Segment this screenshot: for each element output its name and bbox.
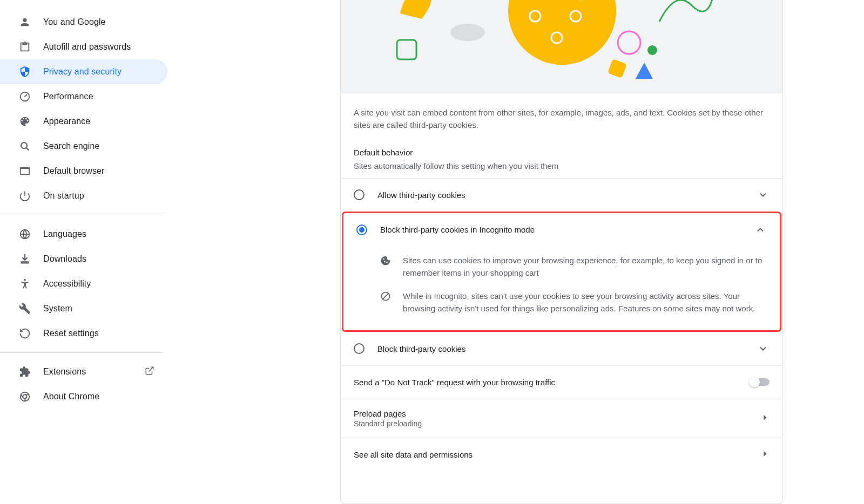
search-icon	[18, 140, 31, 153]
sidebar-item-label: Autofill and passwords	[43, 42, 154, 52]
sidebar-item-label: You and Google	[43, 17, 154, 27]
toggle-off[interactable]	[750, 378, 770, 386]
sidebar-item-search-engine[interactable]: Search engine	[0, 134, 167, 159]
svg-point-1	[21, 142, 27, 148]
green-squiggle-icon	[654, 0, 719, 43]
setting-do-not-track[interactable]: Send a "Do Not Track" request with your …	[341, 365, 782, 399]
setting-label: Send a "Do Not Track" request with your …	[354, 378, 750, 387]
hero-illustration	[341, 0, 782, 93]
settings-sidebar: You and Google Autofill and passwords Pr…	[0, 0, 167, 504]
pink-circle-icon	[616, 30, 642, 56]
setting-sub: Standard preloading	[354, 419, 761, 428]
sidebar-item-label: Extensions	[43, 367, 145, 377]
svg-point-17	[647, 45, 657, 55]
sidebar-item-label: On startup	[43, 191, 154, 201]
sidebar-divider	[0, 352, 162, 353]
main-content: A site you visit can embed content from …	[167, 0, 864, 504]
sidebar-item-extensions[interactable]: Extensions	[0, 359, 167, 384]
sidebar-item-you-and-google[interactable]: You and Google	[0, 10, 167, 35]
sidebar-item-label: Default browser	[43, 166, 154, 176]
sidebar-divider	[0, 215, 162, 215]
setting-title: Preload pages	[354, 409, 761, 418]
svg-rect-4	[22, 262, 29, 263]
block-icon	[380, 291, 391, 302]
setting-see-all-site-data[interactable]: See all site data and permissions	[341, 438, 782, 471]
option-label: Block third-party cookies	[377, 344, 757, 353]
option-details: Sites can use cookies to improve your br…	[343, 247, 780, 330]
default-behavior-sub: Sites automatically follow this setting …	[341, 159, 782, 178]
svg-point-5	[24, 279, 26, 281]
sidebar-item-label: Privacy and security	[43, 67, 154, 77]
sidebar-item-privacy[interactable]: Privacy and security	[0, 59, 167, 84]
option-label: Block third-party cookies in Incognito m…	[380, 225, 754, 234]
sidebar-item-label: System	[43, 304, 154, 314]
sidebar-item-appearance[interactable]: Appearance	[0, 109, 167, 134]
setting-label: See all site data and permissions	[354, 450, 761, 459]
palette-icon	[18, 115, 31, 128]
gray-oval-icon	[449, 22, 487, 43]
chevron-right-icon	[761, 413, 770, 424]
speedometer-icon	[18, 90, 31, 103]
external-link-icon	[145, 366, 154, 378]
svg-point-16	[618, 31, 640, 54]
power-icon	[18, 189, 31, 202]
svg-point-11	[450, 24, 485, 41]
cookie-shape-icon	[503, 0, 622, 70]
wrench-icon	[18, 302, 31, 315]
detail-row: While in Incognito, sites can't use your…	[380, 284, 767, 321]
cookie-icon	[380, 255, 391, 266]
sidebar-item-label: Search engine	[43, 141, 154, 151]
option-label: Allow third-party cookies	[377, 190, 757, 200]
person-icon	[18, 16, 31, 29]
option-block-cookies[interactable]: Block third-party cookies	[341, 332, 782, 365]
sidebar-item-about[interactable]: About Chrome	[0, 384, 167, 409]
detail-row: Sites can use cookies to improve your br…	[380, 249, 767, 285]
yellow-shape-icon	[395, 0, 443, 30]
puzzle-icon	[18, 365, 31, 378]
globe-icon	[18, 228, 31, 241]
blue-triangle-icon	[632, 59, 656, 83]
green-square-icon	[395, 38, 418, 62]
chrome-icon	[18, 390, 31, 403]
sidebar-item-accessibility[interactable]: Accessibility	[0, 271, 167, 296]
chevron-down-icon[interactable]	[757, 342, 770, 355]
radio-unselected[interactable]	[354, 343, 364, 354]
settings-card: A site you visit can embed content from …	[340, 0, 783, 504]
highlighted-option-box: Block third-party cookies in Incognito m…	[342, 212, 781, 332]
radio-selected[interactable]	[356, 224, 367, 235]
sidebar-item-default-browser[interactable]: Default browser	[0, 159, 167, 183]
sidebar-item-languages[interactable]: Languages	[0, 222, 167, 247]
shield-icon	[18, 65, 31, 78]
detail-text: Sites can use cookies to improve your br…	[403, 254, 767, 280]
option-block-incognito[interactable]: Block third-party cookies in Incognito m…	[343, 213, 780, 247]
sidebar-item-autofill[interactable]: Autofill and passwords	[0, 35, 167, 59]
default-behavior-header: Default behavior	[341, 132, 782, 159]
clipboard-icon	[18, 40, 31, 53]
sidebar-item-performance[interactable]: Performance	[0, 84, 167, 109]
chevron-right-icon	[761, 449, 770, 460]
browser-icon	[18, 165, 31, 178]
radio-unselected[interactable]	[354, 189, 364, 200]
accessibility-icon	[18, 277, 31, 290]
setting-preload-pages[interactable]: Preload pages Standard preloading	[341, 399, 782, 438]
chevron-down-icon[interactable]	[757, 188, 770, 201]
reset-icon	[18, 327, 31, 340]
chevron-up-icon[interactable]	[754, 223, 767, 236]
svg-rect-12	[397, 40, 416, 59]
svg-rect-18	[608, 59, 627, 78]
sidebar-item-on-startup[interactable]: On startup	[0, 183, 167, 208]
sidebar-item-downloads[interactable]: Downloads	[0, 247, 167, 271]
sidebar-item-label: Downloads	[43, 254, 154, 264]
green-dot-icon	[647, 45, 657, 55]
option-allow-cookies[interactable]: Allow third-party cookies	[341, 178, 782, 212]
svg-line-2	[26, 148, 29, 151]
svg-line-20	[383, 294, 389, 299]
sidebar-item-label: Performance	[43, 92, 154, 101]
sidebar-item-label: About Chrome	[43, 392, 154, 401]
sidebar-item-system[interactable]: System	[0, 296, 167, 321]
cookies-description: A site you visit can embed content from …	[341, 93, 782, 132]
sidebar-item-label: Reset settings	[43, 329, 154, 338]
sidebar-item-reset[interactable]: Reset settings	[0, 321, 167, 346]
download-icon	[18, 253, 31, 265]
sidebar-item-label: Languages	[43, 229, 154, 239]
